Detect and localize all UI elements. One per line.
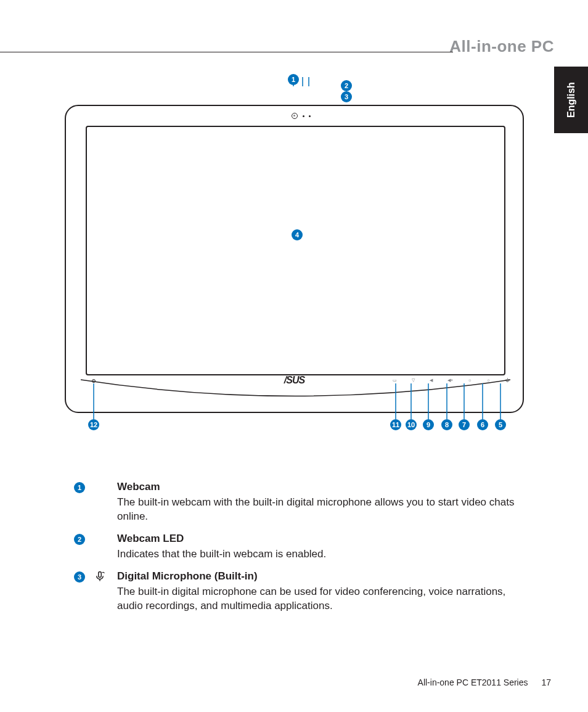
microphone-icon xyxy=(94,571,108,613)
page-footer: All-in-one PC ET2011 Series 17 xyxy=(418,677,551,687)
header-title: All-in-one PC xyxy=(449,37,554,56)
desc-bullet-2: 2 xyxy=(74,534,85,545)
desc-title-1: Webcam xyxy=(117,481,530,493)
desc-bullet-1: 1 xyxy=(74,482,85,493)
callout-8: 8 xyxy=(441,419,452,430)
desc-icon-none xyxy=(94,481,108,524)
desc-text-1: The built-in webcam with the built-in di… xyxy=(117,496,530,524)
callout-3: 3 xyxy=(341,91,352,102)
desc-title-3: Digital Microphone (Built-in) xyxy=(117,570,530,583)
callout-5: 5 xyxy=(495,419,506,430)
desc-bullet-3: 3 xyxy=(74,571,85,583)
callout-1: 1 xyxy=(288,74,299,85)
footer-page-number: 17 xyxy=(541,677,551,687)
desc-item-2: 2 Webcam LED Indicates that the built-in… xyxy=(74,533,530,562)
footer-series: All-in-one PC ET2011 Series xyxy=(418,677,528,687)
callout-12: 12 xyxy=(88,419,99,430)
device-diagram: 1 2 3 4 /SUS ▭ ▽ ◀ ◀× ☼ ☼ ⏻ 12 11 10 9 8… xyxy=(65,105,524,450)
callout-9: 9 xyxy=(423,419,434,430)
callout-6: 6 xyxy=(477,419,488,430)
leader-lines xyxy=(65,77,524,447)
desc-item-1: 1 Webcam The built-in webcam with the bu… xyxy=(74,481,530,524)
desc-title-2: Webcam LED xyxy=(117,533,530,545)
callout-7: 7 xyxy=(459,419,470,430)
desc-item-3: 3 Digital Microphone (Built-in) The buil… xyxy=(74,570,530,613)
callout-2: 2 xyxy=(341,80,352,91)
language-label: English xyxy=(566,82,577,118)
desc-icon-none xyxy=(94,533,108,562)
svg-rect-0 xyxy=(99,571,102,577)
callout-4: 4 xyxy=(292,229,303,240)
description-list: 1 Webcam The built-in webcam with the bu… xyxy=(74,481,530,622)
language-tab: English xyxy=(554,67,588,133)
header-rule xyxy=(0,52,453,52)
desc-text-2: Indicates that the built-in webcam is en… xyxy=(117,547,530,562)
callout-11: 11 xyxy=(390,419,401,430)
page-header: All-in-one PC xyxy=(0,43,588,60)
desc-text-3: The built-in digital microphone can be u… xyxy=(117,585,530,613)
callout-10: 10 xyxy=(406,419,417,430)
